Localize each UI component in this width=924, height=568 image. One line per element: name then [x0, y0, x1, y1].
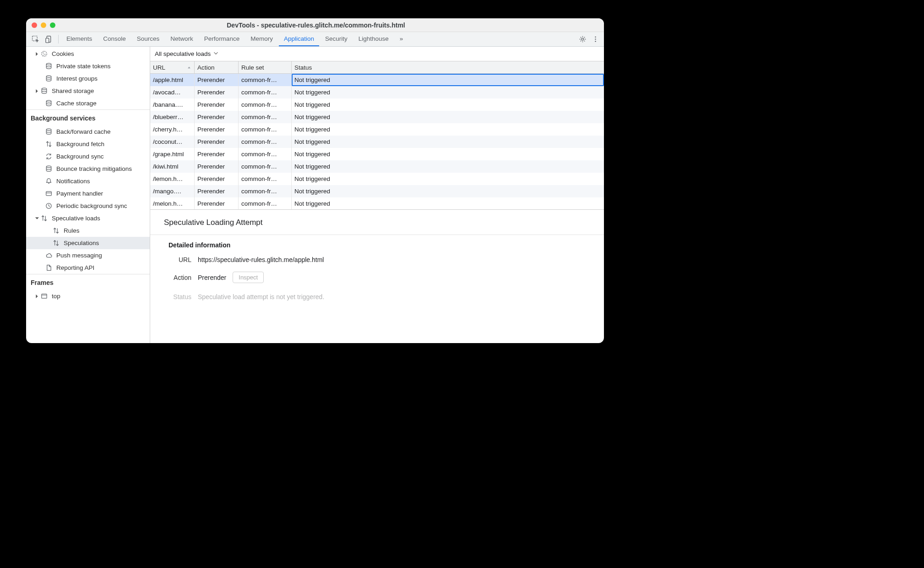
sidebar-item-push-messaging[interactable]: Push messaging [26, 249, 150, 262]
sidebar-item-shared-storage[interactable]: Shared storage [26, 85, 150, 97]
section-background-services: Background services [26, 109, 150, 125]
filter-bar[interactable]: All speculative loads [150, 47, 604, 61]
minimize-window-button[interactable] [41, 22, 46, 28]
sidebar-item-payment-handler[interactable]: Payment handler [26, 187, 150, 200]
cell-status: Not triggered [292, 148, 604, 160]
cell-url: /mango.… [150, 185, 195, 197]
table-row[interactable]: /grape.htmlPrerendercommon-fr…Not trigge… [150, 148, 604, 160]
cell-status: Not triggered [292, 197, 604, 210]
table-row[interactable]: /kiwi.htmlPrerendercommon-fr…Not trigger… [150, 160, 604, 173]
devtools-window: DevTools - speculative-rules.glitch.me/c… [26, 18, 604, 343]
table-row[interactable]: /lemon.h…Prerendercommon-fr…Not triggere… [150, 173, 604, 185]
spacer [39, 101, 43, 106]
sidebar-item-private-state-tokens[interactable]: Private state tokens [26, 60, 150, 72]
device-toolbar-icon[interactable] [43, 32, 55, 46]
sidebar-item-notifications[interactable]: Notifications [26, 175, 150, 187]
sidebar-item-background-sync[interactable]: Background sync [26, 150, 150, 163]
sidebar-item-label: Interest groups [56, 75, 98, 82]
detail-info-title: Detailed information [168, 241, 595, 249]
sidebar-item-cache-storage[interactable]: Cache storage [26, 97, 150, 109]
table-row[interactable]: /blueberr…Prerendercommon-fr…Not trigger… [150, 111, 604, 123]
sidebar-item-top[interactable]: top [26, 290, 150, 302]
table-row[interactable]: /banana.…Prerendercommon-fr…Not triggere… [150, 98, 604, 111]
col-header-url[interactable]: URL [150, 61, 195, 73]
sidebar-item-cookies[interactable]: Cookies [26, 48, 150, 60]
cell-action: Prerender [195, 123, 239, 136]
spacer [39, 142, 43, 147]
cell-rule: common-fr… [239, 185, 292, 197]
cell-status: Not triggered [292, 111, 604, 123]
sidebar-item-bounce-tracking-mitigations[interactable]: Bounce tracking mitigations [26, 163, 150, 175]
sync-icon [45, 153, 52, 160]
zoom-window-button[interactable] [50, 22, 55, 28]
sidebar-item-speculative-loads[interactable]: Speculative loads [26, 212, 150, 224]
spacer [39, 266, 43, 270]
sidebar-item-reporting-api[interactable]: Reporting API [26, 262, 150, 274]
db-icon [45, 100, 52, 107]
cell-action: Prerender [195, 197, 239, 210]
table-row[interactable]: /mango.…Prerendercommon-fr…Not triggered [150, 185, 604, 197]
tab-application[interactable]: Application [279, 32, 319, 46]
table-row[interactable]: /apple.htmlPrerendercommon-fr…Not trigge… [150, 74, 604, 86]
col-header-ruleset[interactable]: Rule set [239, 61, 292, 73]
tab-console[interactable]: Console [98, 32, 131, 46]
sidebar-item-back-forward-cache[interactable]: Back/forward cache [26, 126, 150, 138]
col-header-action[interactable]: Action [195, 61, 239, 73]
bell-icon [45, 178, 52, 185]
db-icon [45, 128, 52, 136]
tab-security[interactable]: Security [320, 32, 353, 46]
detail-status-value: Speculative load attempt is not yet trig… [198, 293, 324, 300]
table-row[interactable]: /cherry.h…Prerendercommon-fr…Not trigger… [150, 123, 604, 136]
sidebar-item-label: Cache storage [56, 100, 97, 107]
table-row[interactable]: /coconut…Prerendercommon-fr…Not triggere… [150, 136, 604, 148]
tab-network[interactable]: Network [165, 32, 198, 46]
grid-header: URL Action Rule set Status [150, 61, 604, 74]
cloud-icon [45, 252, 52, 259]
cell-rule: common-fr… [239, 111, 292, 123]
close-window-button[interactable] [32, 22, 37, 28]
cell-status: Not triggered [292, 74, 604, 86]
cell-rule: common-fr… [239, 136, 292, 148]
chevron-right-icon [34, 52, 39, 56]
window-title: DevTools - speculative-rules.glitch.me/c… [55, 22, 598, 29]
tab-memory[interactable]: Memory [245, 32, 278, 46]
sidebar-item-periodic-background-sync[interactable]: Periodic background sync [26, 200, 150, 212]
spacer [39, 76, 43, 81]
tabbar: ElementsConsoleSourcesNetworkPerformance… [26, 32, 604, 47]
cell-action: Prerender [195, 185, 239, 197]
col-header-status[interactable]: Status [292, 61, 604, 73]
inspect-element-icon[interactable] [29, 32, 42, 46]
tab-performance[interactable]: Performance [199, 32, 245, 46]
spacer [39, 179, 43, 184]
more-tabs[interactable]: » [395, 32, 408, 46]
sidebar-item-speculations[interactable]: Speculations [26, 237, 150, 249]
updown-icon [40, 215, 48, 222]
tab-elements[interactable]: Elements [61, 32, 97, 46]
cell-status: Not triggered [292, 160, 604, 173]
spacer [39, 64, 43, 69]
table-row[interactable]: /melon.h…Prerendercommon-fr…Not triggere… [150, 197, 604, 210]
cell-status: Not triggered [292, 136, 604, 148]
tab-lighthouse[interactable]: Lighthouse [353, 32, 394, 46]
cell-action: Prerender [195, 111, 239, 123]
detail-url-label: URL [164, 256, 191, 263]
sidebar: CookiesPrivate state tokensInterest grou… [26, 47, 150, 343]
sidebar-item-rules[interactable]: Rules [26, 224, 150, 237]
cell-url: /melon.h… [150, 197, 195, 210]
kebab-menu-icon[interactable] [589, 32, 601, 46]
cell-url: /cherry.h… [150, 123, 195, 136]
sidebar-item-label: Background fetch [56, 141, 104, 147]
sidebar-item-interest-groups[interactable]: Interest groups [26, 72, 150, 85]
inspect-button[interactable]: Inspect [233, 272, 264, 283]
tab-sources[interactable]: Sources [132, 32, 165, 46]
spacer [46, 229, 51, 233]
spacer [46, 241, 51, 246]
table-row[interactable]: /avocad…Prerendercommon-fr…Not triggered [150, 86, 604, 98]
updown-icon [45, 141, 52, 148]
cell-url: /kiwi.html [150, 160, 195, 173]
cell-rule: common-fr… [239, 74, 292, 86]
sidebar-item-label: Notifications [56, 178, 90, 185]
settings-icon[interactable] [576, 32, 588, 46]
sidebar-item-background-fetch[interactable]: Background fetch [26, 138, 150, 150]
detail-action-value: Prerender [198, 274, 226, 281]
